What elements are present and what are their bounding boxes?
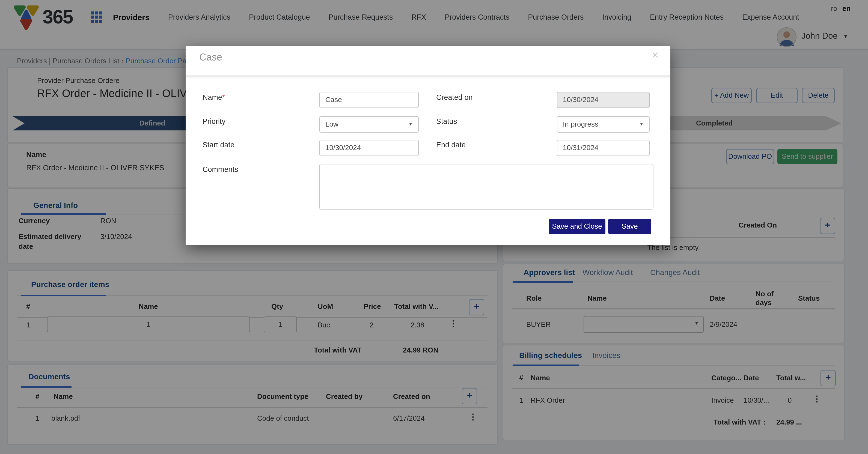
tab-po-items[interactable]: Purchase order items xyxy=(31,280,109,289)
app-logo-icon[interactable] xyxy=(13,4,41,31)
breadcrumb-path[interactable]: Providers | Purchase Orders List xyxy=(17,57,119,65)
delivery-label-2: date xyxy=(19,242,33,251)
approvers-card: Approvers list Workflow Audit Changes Au… xyxy=(503,264,844,343)
doc-col-num: # xyxy=(35,392,39,400)
nav-item-providers-analytics[interactable]: Providers Analytics xyxy=(168,13,230,22)
tab-approvers-list[interactable]: Approvers list xyxy=(524,268,575,277)
bill-col-num: # xyxy=(519,374,523,382)
tab-documents[interactable]: Documents xyxy=(28,372,70,381)
comments-textarea[interactable] xyxy=(319,164,653,209)
delete-button[interactable]: Delete xyxy=(802,88,835,103)
po-footer-label: Total with VAT xyxy=(314,346,362,354)
bill-add-button[interactable]: + xyxy=(820,370,836,386)
bill-row-date: 10/30/... xyxy=(744,396,769,404)
delivery-value: 3/10/2024 xyxy=(100,232,132,241)
user-caret-icon[interactable]: ▾ xyxy=(844,32,847,40)
lang-en[interactable]: en xyxy=(842,4,850,12)
billing-card: Billing schedules Invoices # Name Catego… xyxy=(503,345,844,440)
po-col-uom: UoM xyxy=(318,302,333,311)
doc-add-button[interactable]: + xyxy=(462,388,477,404)
po-col-num: # xyxy=(26,302,30,311)
field-start-date-label: Start date xyxy=(203,141,235,149)
appr-row-role: BUYER xyxy=(526,320,551,328)
nav-item-product-catalogue[interactable]: Product Catalogue xyxy=(249,13,310,22)
currency-label: Currency xyxy=(19,217,50,225)
doc-col-type: Document type xyxy=(257,392,308,400)
po-col-qty: Qty xyxy=(271,302,283,311)
po-add-button[interactable]: + xyxy=(469,299,484,315)
required-mark: * xyxy=(222,93,225,101)
nav-item-providers[interactable]: Providers xyxy=(113,13,150,22)
bill-col-total: Total w... xyxy=(776,374,806,382)
po-items-card: Purchase order items # Name Qty UoM Pric… xyxy=(7,270,498,361)
po-col-name: Name xyxy=(139,302,158,311)
bill-row-kebab-icon[interactable]: ⋮ xyxy=(813,394,821,404)
po-col-total: Total with V... xyxy=(394,302,439,311)
download-po-button[interactable]: Download PO xyxy=(726,149,774,164)
bill-row-num: 1 xyxy=(519,396,523,404)
appr-col-name: Name xyxy=(587,294,607,302)
name-label: Name xyxy=(26,151,46,159)
field-comments-label: Comments xyxy=(203,165,238,173)
name-input[interactable]: Case xyxy=(319,92,419,108)
po-col-price: Price xyxy=(364,302,381,311)
bill-col-name: Name xyxy=(531,374,550,382)
breadcrumb-current[interactable]: Purchase Order Page xyxy=(126,57,194,65)
bill-row-name: RFX Order xyxy=(531,396,565,404)
doc-col-name: Name xyxy=(54,392,73,400)
lang-ro[interactable]: ro xyxy=(831,4,837,12)
priority-caret-icon: ▼ xyxy=(408,117,413,132)
send-to-supplier-button[interactable]: Send to supplier xyxy=(777,149,837,164)
appr-row-name-select[interactable] xyxy=(584,316,704,333)
cases-add-button[interactable]: + xyxy=(820,218,835,234)
nav-item-invoicing[interactable]: Invoicing xyxy=(602,13,631,22)
tab-general-info[interactable]: General Info xyxy=(33,201,78,209)
start-date-input[interactable]: 10/30/2024 xyxy=(319,140,419,156)
user-name[interactable]: John Doe xyxy=(801,31,838,41)
po-row-num: 1 xyxy=(26,321,30,329)
doc-row-type: Code of conduct xyxy=(257,414,309,422)
doc-col-created-on: Created on xyxy=(393,392,430,400)
name-value: RFX Order - Medicine II - OLIVER SYKES xyxy=(26,164,164,172)
doc-row-name: blank.pdf xyxy=(51,414,80,422)
save-and-close-button[interactable]: Save and Close xyxy=(549,219,606,234)
nav-item-rfx[interactable]: RFX xyxy=(411,13,426,22)
appr-col-status: Status xyxy=(798,294,820,302)
edit-button[interactable]: Edit xyxy=(756,88,798,103)
po-row-qty-input[interactable]: 1 xyxy=(264,317,297,332)
nav-item-entry-reception-notes[interactable]: Entry Reception Notes xyxy=(650,13,723,22)
status-select[interactable]: In progress ▼ xyxy=(557,116,650,133)
appr-col-date: Date xyxy=(710,294,725,302)
breadcrumb-sep: › xyxy=(121,57,124,65)
documents-card: Documents # Name Document type Created b… xyxy=(7,364,498,445)
nav-menu: Providers Providers Analytics Product Ca… xyxy=(113,13,799,22)
app-grid-icon[interactable] xyxy=(91,11,103,23)
nav-item-expense-account[interactable]: Expense Account xyxy=(742,13,799,22)
delivery-label-1: Estimated delivery xyxy=(19,232,81,241)
doc-row-kebab-icon[interactable]: ⋮ xyxy=(469,412,477,422)
add-new-button[interactable]: + Add New xyxy=(711,88,752,103)
created-on-input: 10/30/2024 xyxy=(557,92,650,108)
priority-select[interactable]: Low ▼ xyxy=(319,116,419,133)
po-row-name-input[interactable]: 1 xyxy=(47,317,250,332)
currency-value: RON xyxy=(100,217,116,225)
tab-changes-audit[interactable]: Changes Audit xyxy=(650,268,700,277)
field-priority-label: Priority xyxy=(203,117,225,126)
doc-col-created-by: Created by xyxy=(326,392,363,400)
nav-item-purchase-orders[interactable]: Purchase Orders xyxy=(528,13,584,22)
nav-item-purchase-requests[interactable]: Purchase Requests xyxy=(329,13,393,22)
tab-invoices[interactable]: Invoices xyxy=(592,351,620,360)
navbar: 365 Providers Providers Analytics Produc… xyxy=(0,0,868,50)
end-date-input[interactable]: 10/31/2024 xyxy=(557,140,650,156)
nav-item-providers-contracts[interactable]: Providers Contracts xyxy=(445,13,509,22)
tab-billing-schedules[interactable]: Billing schedules xyxy=(519,351,582,360)
modal-close-icon[interactable]: ✕ xyxy=(651,50,659,61)
doc-row-num: 1 xyxy=(35,414,39,422)
po-row-kebab-icon[interactable]: ⋮ xyxy=(449,319,458,328)
appr-row-date: 2/9/2024 xyxy=(710,320,737,328)
avatar[interactable] xyxy=(777,27,797,47)
save-button[interactable]: Save xyxy=(608,219,651,234)
po-row-uom: Buc. xyxy=(318,321,332,329)
tab-workflow-audit[interactable]: Workflow Audit xyxy=(583,268,633,277)
case-modal: Case ✕ Name* Case Created on 10/30/2024 … xyxy=(186,46,671,245)
